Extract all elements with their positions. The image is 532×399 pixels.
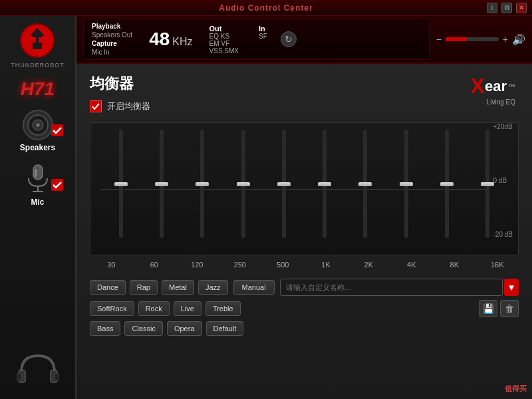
preset-softrock-button[interactable]: SoftRock (90, 301, 134, 316)
eq-handle-16k[interactable] (481, 182, 494, 186)
eq-handle-60[interactable] (155, 182, 168, 186)
freq-label-120: 120 (187, 261, 207, 269)
volume-slider[interactable] (446, 37, 499, 41)
xear-tm-icon: ™ (508, 82, 515, 90)
preset-opera-button[interactable]: Opera (167, 321, 202, 336)
eq-bar-30 (111, 130, 131, 238)
save-delete-area: 💾 🗑 (479, 300, 519, 317)
eq-bar-250 (233, 130, 253, 238)
frequency-value: 48 (149, 30, 170, 49)
headphone-icon (15, 349, 61, 392)
main-container: THUNDEROBOT H71 Speakers (0, 16, 532, 399)
eq-bar-8k (437, 130, 457, 238)
preset-row-1: Dance Rap Metal Jazz (90, 280, 228, 295)
eq-handle-120[interactable] (196, 182, 209, 186)
eq-handle-500[interactable] (277, 182, 291, 186)
speakers-device[interactable]: Speakers (0, 108, 75, 152)
headphone-device[interactable] (0, 349, 75, 392)
save-preset-button[interactable]: 💾 (479, 300, 497, 317)
eq-track-16k[interactable] (485, 130, 489, 238)
capture-row: Capture (92, 40, 132, 47)
speakers-out-row: Speakers Out (92, 31, 132, 39)
out-title: Out (209, 25, 239, 33)
info-button[interactable]: i (487, 3, 497, 13)
eq-track-4k[interactable] (404, 130, 408, 238)
preset-classic-button[interactable]: Classic (124, 321, 162, 336)
mic-label: Mic (31, 198, 44, 207)
eq-track-60[interactable] (160, 130, 164, 238)
khz-label: KHz (172, 36, 192, 48)
preset-metal-button[interactable]: Metal (162, 280, 194, 295)
preset-jazz-button[interactable]: Jazz (198, 280, 228, 295)
check-icon (91, 102, 100, 111)
eq-track-1k[interactable] (323, 130, 327, 238)
sample-rate-col: 48 KHz (149, 30, 192, 49)
eq-handle-2k[interactable] (358, 182, 372, 186)
volume-plus-button[interactable]: + (503, 34, 508, 45)
volume-minus-button[interactable]: − (436, 34, 442, 45)
preset-treble-button[interactable]: Treble (205, 301, 241, 316)
refresh-button[interactable]: ↻ (281, 31, 297, 47)
xear-x-letter: X (471, 74, 485, 98)
svg-rect-19 (55, 373, 59, 381)
preset-section: Dance Rap Metal Jazz Manual ▼ SoftRock R… (90, 279, 519, 336)
mic-in-label: Mic In (92, 49, 110, 56)
window-controls: i ⚙ ✕ (487, 3, 527, 13)
preset-live-button[interactable]: Live (174, 301, 201, 316)
eq-handle-30[interactable] (114, 182, 128, 186)
top-bar: Playback Speakers Out Capture Mic In 48 (76, 16, 532, 64)
close-button[interactable]: ✕ (516, 3, 527, 13)
preset-dance-button[interactable]: Dance (90, 280, 126, 295)
eq-handle-1k[interactable] (318, 182, 331, 186)
watermark-text: 值得买 (505, 384, 527, 394)
out-item-1: EQ KS (209, 33, 239, 40)
eq-handle-8k[interactable] (440, 182, 454, 186)
eq-handle-250[interactable] (237, 182, 250, 186)
eq-track-30[interactable] (119, 130, 123, 238)
eq-track-250[interactable] (241, 130, 245, 238)
logo-area: THUNDEROBOT (11, 23, 65, 68)
thunderobot-logo-icon (19, 23, 56, 59)
preset-rock-button[interactable]: Rock (138, 301, 170, 316)
out-col: Out EQ KS EM VF VSS SMX (209, 25, 239, 55)
preset-manual-button[interactable]: Manual (233, 280, 275, 295)
playback-label: Playback (92, 23, 120, 30)
speakers-icon (21, 108, 55, 142)
preset-default-button[interactable]: Default (206, 321, 244, 336)
delete-preset-button[interactable]: 🗑 (500, 300, 519, 317)
eq-title: 均衡器 (90, 74, 519, 94)
freq-label-1k: 1K (316, 261, 336, 269)
settings-button[interactable]: ⚙ (501, 3, 512, 13)
custom-dropdown-button[interactable]: ▼ (504, 279, 519, 296)
playback-row: Playback (92, 23, 132, 30)
eq-bar-1k (315, 130, 334, 238)
eq-bar-4k (396, 130, 416, 238)
eq-track-2k[interactable] (363, 130, 367, 238)
playback-capture-col: Playback Speakers Out Capture Mic In (92, 23, 132, 56)
xear-logo-text: X ear ™ (471, 74, 515, 98)
mic-icon (21, 163, 55, 196)
eq-track-8k[interactable] (445, 130, 449, 238)
eq-bar-120 (192, 130, 212, 238)
eq-enable-label: 开启均衡器 (107, 100, 150, 112)
eq-handle-4k[interactable] (400, 182, 413, 186)
speakers-svg-icon (22, 109, 54, 141)
custom-name-area: ▼ (280, 279, 519, 296)
sidebar: THUNDEROBOT H71 Speakers (0, 16, 76, 399)
eq-enable-checkbox[interactable] (90, 100, 102, 112)
preset-rap-button[interactable]: Rap (130, 280, 158, 295)
freq-label-500: 500 (273, 261, 293, 269)
preset-bass-button[interactable]: Bass (90, 321, 120, 336)
eq-enable-row: 开启均衡器 (90, 100, 519, 112)
eq-bar-16k (477, 130, 497, 238)
out-in-area: Out EQ KS EM VF VSS SMX In SF (209, 25, 267, 55)
eq-track-120[interactable] (200, 130, 204, 238)
eq-bar-500 (274, 130, 294, 238)
title-bar: Audio Control Center i ⚙ ✕ (0, 0, 532, 16)
eq-track-500[interactable] (282, 130, 286, 238)
capture-label: Capture (92, 40, 117, 47)
custom-name-input[interactable] (280, 279, 503, 296)
mic-device[interactable]: Mic (0, 163, 75, 207)
preset-row-2-container: SoftRock Rock Live Treble 💾 🗑 (90, 300, 519, 317)
speaker-volume-icon: 🔊 (512, 33, 525, 46)
